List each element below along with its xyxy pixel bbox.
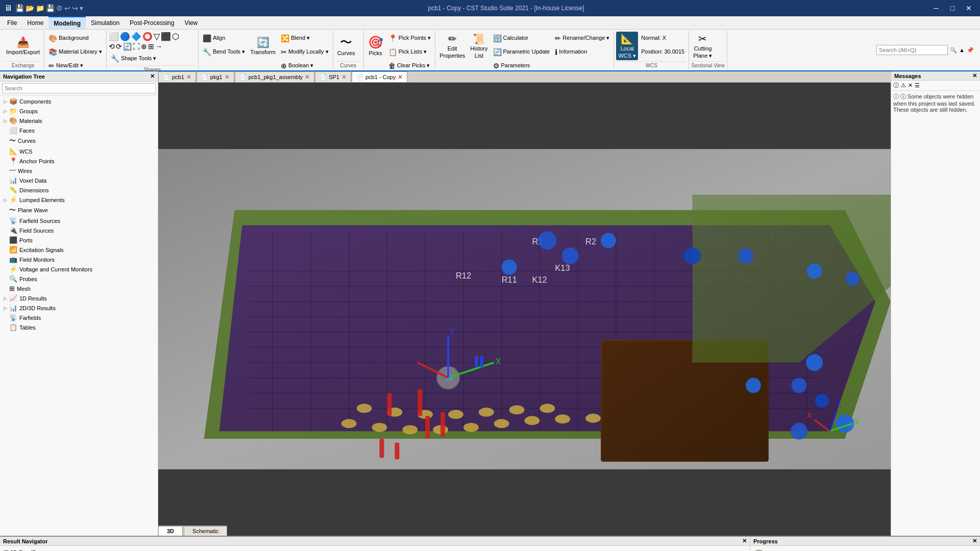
more-icon[interactable]: ▾: [80, 4, 83, 12]
redo-icon[interactable]: ↪: [72, 4, 78, 12]
messages-close-btn[interactable]: ✕: [972, 72, 977, 79]
tree-item-field-sources[interactable]: 🔌 Field Sources: [0, 226, 158, 235]
tab-3d[interactable]: 3D: [158, 526, 183, 536]
msg-list-icon[interactable]: ☰: [915, 82, 920, 89]
rename-change-button[interactable]: ✏ Rename/Change ▾: [553, 32, 611, 45]
menu-file[interactable]: File: [2, 16, 22, 29]
calculator-button[interactable]: 🔢 Calculator: [491, 32, 552, 45]
tree-item-plane-wave[interactable]: 〜 Plane Wave: [0, 205, 158, 216]
tree-item-farfields[interactable]: 📡 Farfields: [0, 313, 158, 322]
tree-item-ports[interactable]: ⬛ Ports: [0, 235, 158, 245]
align-button[interactable]: ⬛ Align: [201, 32, 247, 45]
shape-box-btn[interactable]: ⬜: [109, 32, 119, 41]
bend-tools-button[interactable]: 🔧 Bend Tools ▾: [201, 45, 247, 59]
shape-cone-btn[interactable]: ▽: [154, 32, 160, 41]
tab-pkg1-close[interactable]: ✕: [225, 73, 230, 81]
tree-item-voxel-data[interactable]: 📊 Voxel Data: [0, 176, 158, 185]
new-edit-button[interactable]: ✏ New/Edit ▾: [46, 59, 104, 72]
blend-button[interactable]: 🔀 Blend ▾: [279, 32, 331, 45]
local-wcs-button[interactable]: 📐 LocalWCS ▾: [616, 32, 638, 60]
tree-item-2d-3d-results[interactable]: ▷ 📊 2D/3D Results: [0, 303, 158, 313]
modify-locally-button[interactable]: ✂ Modify Locally ▾: [279, 45, 331, 59]
picks-button[interactable]: 🎯 Picks: [366, 32, 385, 60]
material-library-button[interactable]: 📚 Material Library ▾: [46, 45, 104, 59]
tree-item-groups[interactable]: ▷ 📁 Groups: [0, 106, 158, 116]
tree-item-lumped-elements[interactable]: ▷ ⚡ Lumped Elements: [0, 195, 158, 205]
curves-button[interactable]: 〜 Curves: [335, 32, 357, 60]
parametric-update-button[interactable]: 🔄 Parametric Update: [491, 45, 552, 59]
parameters-button[interactable]: ⚙ Parameters: [491, 59, 552, 72]
tab-sp1-close[interactable]: ✕: [341, 73, 347, 81]
shape-cyl-btn[interactable]: 🔷: [131, 32, 141, 41]
tree-item-faces[interactable]: ⬜ Faces: [0, 126, 158, 135]
save-icon[interactable]: 💾: [46, 4, 55, 12]
folder-icon[interactable]: 📁: [36, 4, 44, 12]
tab-pcb1-copy[interactable]: 📄 pcb1 - Copy ✕: [352, 71, 407, 82]
menu-view[interactable]: View: [179, 16, 203, 29]
boolean-button[interactable]: ⊕ Boolean ▾: [279, 59, 331, 72]
maximize-button[interactable]: □: [945, 3, 960, 14]
shape-tools-button[interactable]: 🔧 Shape Tools ▾: [109, 52, 158, 65]
settings-icon[interactable]: ⚙: [56, 4, 63, 12]
tree-item-curves[interactable]: 〜 Curves: [0, 135, 158, 146]
shape-sphere-btn[interactable]: 🔵: [120, 32, 130, 41]
pick-lists-button[interactable]: 📋 Pick Lists ▾: [386, 45, 433, 59]
transform-button[interactable]: 🔄 Transform: [248, 32, 278, 60]
tab-schematic[interactable]: Schematic: [184, 526, 227, 536]
msg-error-icon[interactable]: ✕: [908, 82, 913, 89]
minimize-button[interactable]: ─: [929, 3, 943, 14]
tab-pcb1[interactable]: 📄 pcb1 ✕: [158, 71, 196, 82]
viewport-3d[interactable]: R1 R2 R11 K12 K13 R12: [158, 83, 891, 536]
tree-item-tables[interactable]: 📋 Tables: [0, 322, 158, 332]
tab-pkg1[interactable]: 📄 pkg1 ✕: [197, 71, 234, 82]
tree-item-field-monitors[interactable]: 📺 Field Monitors: [0, 255, 158, 264]
progress-close-btn[interactable]: ✕: [972, 538, 977, 544]
shape-r7-btn[interactable]: →: [155, 42, 162, 51]
quick-save-icon[interactable]: 💾: [15, 4, 24, 12]
tree-item-farfield-sources[interactable]: 📡 Farfield Sources: [0, 216, 158, 226]
tree-item-materials[interactable]: ▷ 🎨 Materials: [0, 116, 158, 126]
history-list-button[interactable]: 📜 HistoryList: [468, 32, 489, 60]
shape-r4-btn[interactable]: ⛶: [133, 42, 140, 51]
tree-item-probes[interactable]: 🔍 Probes: [0, 274, 158, 284]
rn-filter-row[interactable]: ▽ 3D Run ID: [4, 548, 746, 551]
nav-tree-search-input[interactable]: [2, 83, 156, 93]
tree-item-wires[interactable]: 〰 Wires: [0, 166, 158, 176]
open-icon[interactable]: 📂: [26, 4, 34, 12]
search-icon[interactable]: 🔍: [950, 47, 957, 54]
menu-post-processing[interactable]: Post-Processing: [125, 16, 179, 29]
shape-r2-btn[interactable]: ⟳: [116, 42, 122, 51]
progress-pcb1[interactable]: 📋 pcb1.cst: [752, 548, 978, 551]
import-export-button[interactable]: 📥 Import/Export: [4, 32, 42, 60]
tree-item-anchor-points[interactable]: 📍 Anchor Points: [0, 156, 158, 166]
menu-simulation[interactable]: Simulation: [86, 16, 125, 29]
ribbon-pin-icon[interactable]: 📌: [967, 47, 974, 54]
tree-item-voltage-current[interactable]: ⚡ Voltage and Current Monitors: [0, 264, 158, 274]
tree-item-1d-results[interactable]: ▷ 📈 1D Results: [0, 293, 158, 303]
shape-rect-btn[interactable]: ⬛: [161, 32, 171, 41]
nav-tree-close-btn[interactable]: ✕: [150, 73, 155, 80]
ribbon-expand-icon[interactable]: ▲: [959, 47, 965, 53]
tree-item-mesh[interactable]: ⊞ Mesh: [0, 284, 158, 293]
close-button[interactable]: ✕: [962, 3, 976, 14]
tab-sp1[interactable]: 📄 SP1 ✕: [315, 71, 351, 82]
msg-info-icon[interactable]: ⓘ: [893, 82, 899, 89]
msg-warn-icon[interactable]: ⚠: [901, 82, 906, 89]
rn-close-btn[interactable]: ✕: [742, 538, 747, 544]
clear-picks-button[interactable]: 🗑 Clear Picks ▾: [386, 59, 433, 72]
shape-r1-btn[interactable]: ⟲: [109, 42, 115, 51]
information-button[interactable]: ℹ Information: [553, 45, 611, 59]
shape-hex-btn[interactable]: ⬡: [172, 32, 179, 41]
shape-r3-btn[interactable]: 🔄: [123, 42, 132, 51]
tab-pcb1-copy-close[interactable]: ✕: [398, 73, 403, 81]
tab-assembly[interactable]: 📄 pcb1_pkg1_assembly ✕: [235, 71, 314, 82]
tree-item-dimensions[interactable]: 📏 Dimensions: [0, 185, 158, 195]
tab-pcb1-close[interactable]: ✕: [186, 73, 191, 81]
pick-points-button[interactable]: 📍 Pick Points ▾: [386, 32, 433, 45]
tree-item-wcs[interactable]: 📐 WCS: [0, 146, 158, 156]
shape-r5-btn[interactable]: ⊕: [141, 42, 147, 51]
menu-modeling[interactable]: Modeling: [48, 16, 86, 29]
search-input[interactable]: [876, 45, 948, 55]
background-button[interactable]: 🎨 Background: [46, 32, 104, 45]
undo-icon[interactable]: ↩: [64, 4, 70, 12]
